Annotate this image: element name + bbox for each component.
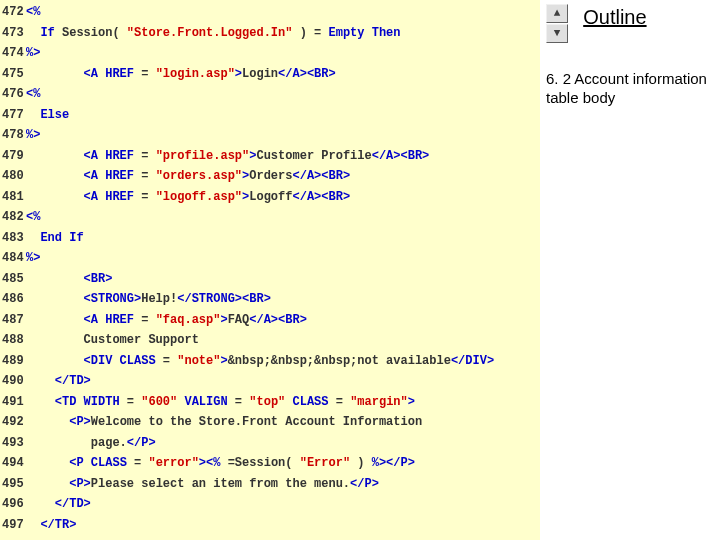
code-text: %> [26,128,540,142]
code-line: 495 <P>Please select an item from the me… [0,474,540,495]
code-text: Customer Support [26,333,540,347]
line-number: 472 [0,5,26,19]
code-text: End If [26,231,540,245]
line-number: 489 [0,354,26,368]
line-number: 493 [0,436,26,450]
code-text: <A HREF = "faq.asp">FAQ</A><BR> [26,313,540,327]
code-text: <TD WIDTH = "600" VALIGN = "top" CLASS =… [26,395,540,409]
code-text: %> [26,251,540,265]
line-number: 484 [0,251,26,265]
outline-panel: ▲ ▼ Outline 6. 2 Account information tab… [540,0,720,540]
code-line: 484%> [0,248,540,269]
code-text: <P>Please select an item from the menu.<… [26,477,540,491]
line-number: 478 [0,128,26,142]
code-text: If Session( "Store.Front.Logged.In" ) = … [26,26,540,40]
outline-title[interactable]: Outline [583,6,646,29]
code-line: 490 </TD> [0,371,540,392]
code-line: 492 <P>Welcome to the Store.Front Accoun… [0,412,540,433]
code-line: 493 page.</P> [0,433,540,454]
code-line: 485 <BR> [0,269,540,290]
code-line: 483 End If [0,228,540,249]
code-text: <STRONG>Help!</STRONG><BR> [26,292,540,306]
code-line: 491 <TD WIDTH = "600" VALIGN = "top" CLA… [0,392,540,413]
code-text: <BR> [26,272,540,286]
line-number: 474 [0,46,26,60]
code-line: 494 <P CLASS = "error"><% =Session( "Err… [0,453,540,474]
code-line: 479 <A HREF = "profile.asp">Customer Pro… [0,146,540,167]
code-text: %> [26,46,540,60]
main-container: 472<%473 If Session( "Store.Front.Logged… [0,0,720,540]
code-line: 496 </TD> [0,494,540,515]
code-line: 488 Customer Support [0,330,540,351]
line-number: 486 [0,292,26,306]
code-text: <A HREF = "profile.asp">Customer Profile… [26,149,540,163]
line-number: 497 [0,518,26,532]
nav-arrows: ▲ ▼ [546,4,568,44]
code-text: <% [26,210,540,224]
line-number: 490 [0,374,26,388]
code-line: 473 If Session( "Store.Front.Logged.In" … [0,23,540,44]
line-number: 481 [0,190,26,204]
code-text: <DIV CLASS = "note">&nbsp;&nbsp;&nbsp;no… [26,354,540,368]
code-line: 486 <STRONG>Help!</STRONG><BR> [0,289,540,310]
code-line: 475 <A HREF = "login.asp">Login</A><BR> [0,64,540,85]
line-number: 477 [0,108,26,122]
code-text: <A HREF = "logoff.asp">Logoff</A><BR> [26,190,540,204]
code-line: 476<% [0,84,540,105]
next-arrow-button[interactable]: ▼ [546,24,568,43]
code-text: <% [26,5,540,19]
line-number: 483 [0,231,26,245]
code-text: <A HREF = "login.asp">Login</A><BR> [26,67,540,81]
line-number: 485 [0,272,26,286]
code-text: </TR> [26,518,540,532]
code-line: 482<% [0,207,540,228]
line-number: 496 [0,497,26,511]
line-number: 479 [0,149,26,163]
line-number: 488 [0,333,26,347]
code-text: <P>Welcome to the Store.Front Account In… [26,415,540,429]
line-number: 473 [0,26,26,40]
code-line: 489 <DIV CLASS = "note">&nbsp;&nbsp;&nbs… [0,351,540,372]
code-line: 478%> [0,125,540,146]
code-text: Else [26,108,540,122]
outline-entry[interactable]: 6. 2 Account information table body [546,70,714,108]
line-number: 494 [0,456,26,470]
line-number: 492 [0,415,26,429]
code-line: 472<% [0,2,540,23]
code-text: <A HREF = "orders.asp">Orders</A><BR> [26,169,540,183]
code-text: <P CLASS = "error"><% =Session( "Error" … [26,456,540,470]
prev-arrow-button[interactable]: ▲ [546,4,568,23]
code-line: 474%> [0,43,540,64]
line-number: 482 [0,210,26,224]
code-line: 477 Else [0,105,540,126]
outline-header: ▲ ▼ Outline [546,4,714,48]
line-number: 495 [0,477,26,491]
line-number: 475 [0,67,26,81]
code-line: 480 <A HREF = "orders.asp">Orders</A><BR… [0,166,540,187]
code-panel: 472<%473 If Session( "Store.Front.Logged… [0,0,540,540]
line-number: 480 [0,169,26,183]
code-text: </TD> [26,374,540,388]
code-text: <% [26,87,540,101]
code-line: 481 <A HREF = "logoff.asp">Logoff</A><BR… [0,187,540,208]
code-line: 487 <A HREF = "faq.asp">FAQ</A><BR> [0,310,540,331]
code-line: 497 </TR> [0,515,540,536]
code-text: </TD> [26,497,540,511]
line-number: 476 [0,87,26,101]
line-number: 487 [0,313,26,327]
line-number: 491 [0,395,26,409]
code-text: page.</P> [26,436,540,450]
